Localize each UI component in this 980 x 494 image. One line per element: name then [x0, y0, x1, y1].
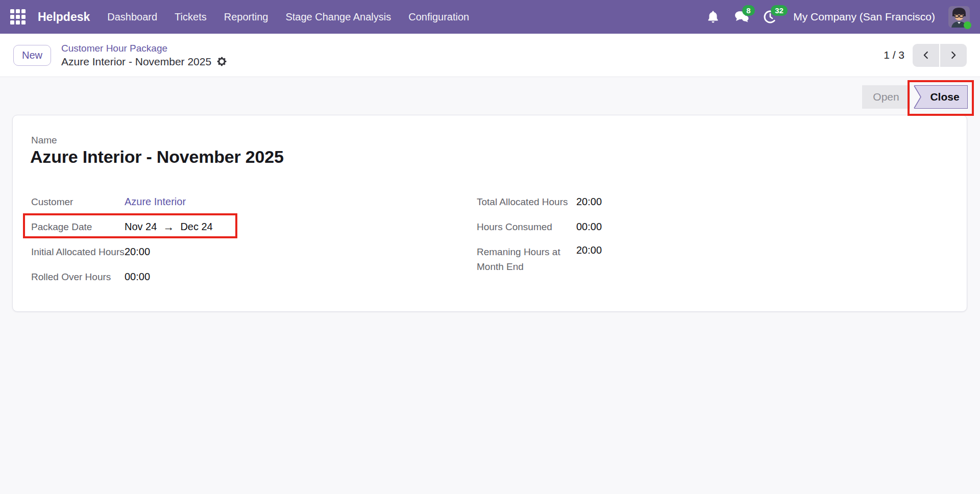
- breadcrumb-current: Azure Interior - November 2025: [61, 55, 211, 68]
- remaining-hours-value: 20:00: [576, 244, 602, 256]
- activities-button[interactable]: 32: [763, 9, 778, 24]
- messages-badge: 8: [742, 5, 754, 16]
- top-navbar: Helpdesk Dashboard Tickets Reporting Sta…: [0, 0, 980, 34]
- initial-allocated-hours-label: Initial Allocated Hours: [31, 244, 125, 259]
- stage-statusbar: Open Close: [862, 85, 968, 109]
- rolled-over-hours-label: Rolled Over Hours: [31, 269, 125, 284]
- field-row-package-date: Package Date Nov 24 → Dec 24: [31, 214, 337, 239]
- pager-previous-button[interactable]: [913, 44, 939, 67]
- online-status-dot: [964, 21, 971, 29]
- field-row-remaining-hours: Remaning Hours at Month End 20:00: [477, 239, 763, 280]
- breadcrumb-parent-link[interactable]: Customer Hour Package: [61, 43, 228, 54]
- name-field-label: Name: [31, 135, 57, 146]
- hours-consumed-value: 00:00: [576, 221, 602, 233]
- field-row-rolled-over-hours: Rolled Over Hours 00:00: [31, 264, 337, 289]
- company-switcher[interactable]: My Company (San Francisco): [793, 11, 935, 23]
- customer-label: Customer: [31, 194, 125, 209]
- stage-close-button[interactable]: Close: [912, 85, 968, 109]
- menu-item-tickets[interactable]: Tickets: [174, 8, 208, 26]
- arrow-right-icon: →: [163, 222, 174, 232]
- chevron-left-icon: [920, 50, 932, 61]
- rolled-over-hours-value[interactable]: 00:00: [125, 271, 150, 283]
- apps-grid-icon[interactable]: [10, 9, 26, 24]
- menu-item-dashboard[interactable]: Dashboard: [106, 8, 158, 26]
- activities-badge: 32: [771, 5, 788, 16]
- stage-close-label: Close: [930, 91, 959, 103]
- pager-next-button[interactable]: [940, 44, 967, 67]
- bell-icon: [707, 10, 719, 23]
- fields-left-column: Customer Azure Interior Package Date Nov…: [31, 189, 337, 289]
- gear-icon: [216, 56, 227, 67]
- user-menu[interactable]: [948, 6, 970, 28]
- package-date-label: Package Date: [31, 219, 125, 234]
- total-allocated-hours-label: Total Allocated Hours: [477, 194, 576, 209]
- app-name[interactable]: Helpdesk: [38, 10, 90, 24]
- chevron-right-icon: [948, 50, 959, 61]
- actions-menu-button[interactable]: [216, 56, 228, 67]
- stage-arrow-icon: [912, 85, 922, 109]
- customer-link[interactable]: Azure Interior: [125, 196, 186, 208]
- menu-item-reporting[interactable]: Reporting: [223, 8, 270, 26]
- field-row-total-allocated-hours: Total Allocated Hours 20:00: [477, 189, 763, 214]
- messages-button[interactable]: 8: [734, 9, 749, 24]
- form-sheet: Name Azure Interior - November 2025 Cust…: [12, 115, 967, 312]
- record-name-input[interactable]: Azure Interior - November 2025: [30, 147, 284, 167]
- menu-item-configuration[interactable]: Configuration: [407, 8, 470, 26]
- notifications-button[interactable]: [705, 9, 721, 24]
- field-row-initial-allocated-hours: Initial Allocated Hours 20:00: [31, 239, 337, 264]
- date-to[interactable]: Dec 24: [180, 221, 212, 233]
- stage-open-button[interactable]: Open: [862, 85, 910, 109]
- menu-item-stage-change-analysis[interactable]: Stage Change Analysis: [284, 8, 392, 26]
- new-button[interactable]: New: [13, 45, 51, 66]
- breadcrumb: Customer Hour Package Azure Interior - N…: [61, 43, 228, 68]
- navbar-right: 8 32 My Company (San Francisco): [705, 6, 970, 28]
- total-allocated-hours-value: 20:00: [576, 196, 602, 208]
- remaining-hours-label: Remaning Hours at Month End: [477, 244, 576, 274]
- control-panel: New Customer Hour Package Azure Interior…: [0, 34, 980, 77]
- field-row-hours-consumed: Hours Consumed 00:00: [477, 214, 763, 239]
- hours-consumed-label: Hours Consumed: [477, 219, 576, 234]
- pager-counter: 1 / 3: [884, 49, 904, 61]
- date-from[interactable]: Nov 24: [125, 221, 157, 233]
- record-pager: 1 / 3: [884, 44, 967, 67]
- field-row-customer: Customer Azure Interior: [31, 189, 337, 214]
- main-menu: Dashboard Tickets Reporting Stage Change…: [106, 8, 470, 26]
- fields-right-column: Total Allocated Hours 20:00 Hours Consum…: [477, 189, 763, 280]
- package-date-input[interactable]: Nov 24 → Dec 24: [125, 221, 213, 233]
- initial-allocated-hours-value[interactable]: 20:00: [125, 246, 150, 258]
